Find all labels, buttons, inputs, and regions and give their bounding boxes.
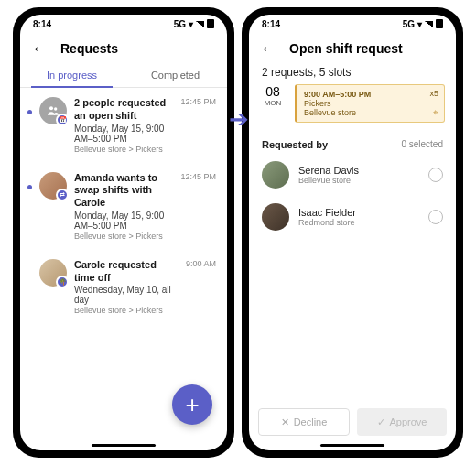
status-net: 5G [174,19,186,29]
status-net: 5G [403,19,415,29]
status-bar: 8:14 5G ▾ [249,15,456,33]
requester-name: Serena Davis [298,165,419,176]
location-pin-icon: ⌖ [433,107,438,118]
home-indicator [92,444,156,447]
status-time: 8:14 [262,19,280,29]
battery-icon [207,19,214,28]
date-column: 08 MON [260,84,286,123]
unread-dot [27,110,32,114]
avatar [262,203,289,231]
status-time: 8:14 [33,19,51,29]
fab-add-button[interactable]: + [172,384,212,425]
calendar-badge-icon: 📅 [56,114,69,126]
list-item[interactable]: 🌴 Carole requested time off Wednesday, M… [20,250,227,325]
wifi-icon: ▾ [417,19,422,29]
decline-label: Decline [294,416,328,427]
avatar [262,161,289,189]
signal-icon [425,21,433,27]
arrow-icon: ➔ [229,105,249,134]
action-bar: ✕ Decline ✓ Approve [258,408,447,436]
shift-store: Bellevue store [304,108,438,117]
group-avatar: 📅 [39,97,67,124]
tabs: In progress Completed [20,62,227,88]
shift-time: 9:00 AM–5:00 PM [304,90,438,99]
avatar: 🌴 [39,259,67,287]
requester-name: Isaac Fielder [298,207,419,218]
select-radio[interactable] [428,210,443,224]
summary-text: 2 requests, 5 slots [249,62,456,84]
shift-multiplier: x5 [429,89,438,98]
slot-row: 08 MON 9:00 AM–5:00 PM Pickers Bellevue … [249,84,456,132]
shift-role: Pickers [304,99,438,108]
item-breadcrumb: Bellevue store > Pickers [74,232,169,241]
decline-button[interactable]: ✕ Decline [258,408,350,436]
unread-dot-empty [27,272,32,276]
item-title: 2 people requested an open shift [74,97,169,123]
item-subtitle: Wednesday, May 10, all day [74,285,175,305]
tab-in-progress[interactable]: In progress [20,62,124,87]
check-icon: ✓ [377,416,385,428]
phone-right: 8:14 5G ▾ ← Open shift request 2 request… [242,7,463,458]
page-title: Requests [60,41,118,56]
home-indicator [320,444,384,447]
phone-left: 8:14 5G ▾ ← Requests In progress Complet… [13,7,234,458]
section-label: Requested by [262,139,328,150]
avatar: ⇄ [39,172,67,200]
requester-row[interactable]: Serena Davis Bellevue store [249,154,456,196]
item-title: Amanda wants to swap shifts with Carole [74,172,169,210]
item-title: Carole requested time off [74,259,175,285]
unread-dot [27,185,32,189]
requester-store: Bellevue store [298,176,419,185]
requester-store: Redmond store [298,218,419,227]
date-day: MON [260,99,286,107]
close-icon: ✕ [281,416,289,428]
shift-card[interactable]: 9:00 AM–5:00 PM Pickers Bellevue store x… [295,84,445,123]
header: ← Requests [20,33,227,62]
selected-count: 0 selected [401,139,443,150]
svg-point-1 [54,107,57,110]
item-time: 9:00 AM [186,259,216,316]
timeoff-badge-icon: 🌴 [56,276,69,288]
item-subtitle: Monday, May 15, 9:00 AM–5:00 PM [74,124,169,144]
section-header: Requested by 0 selected [249,132,456,154]
approve-label: Approve [390,416,427,427]
back-icon[interactable]: ← [260,40,276,57]
item-breadcrumb: Bellevue store > Pickers [74,306,175,315]
tab-completed[interactable]: Completed [124,62,227,87]
status-bar: 8:14 5G ▾ [20,15,227,33]
item-time: 12:45 PM [180,172,216,241]
item-breadcrumb: Bellevue store > Pickers [74,145,169,154]
requester-row[interactable]: Isaac Fielder Redmond store [249,196,456,238]
signal-icon [196,21,204,27]
page-title: Open shift request [289,41,403,56]
list-item[interactable]: ⇄ Amanda wants to swap shifts with Carol… [20,163,227,250]
item-subtitle: Monday, May 15, 9:00 AM–5:00 PM [74,211,169,231]
select-radio[interactable] [428,168,443,182]
battery-icon [436,19,443,28]
date-number: 08 [260,84,286,99]
svg-point-0 [49,106,53,110]
list-item[interactable]: 📅 2 people requested an open shift Monda… [20,88,227,163]
wifi-icon: ▾ [189,19,193,29]
approve-button[interactable]: ✓ Approve [357,408,447,436]
swap-badge-icon: ⇄ [56,189,69,201]
back-icon[interactable]: ← [31,40,48,57]
item-time: 12:45 PM [180,97,216,154]
header: ← Open shift request [249,33,456,62]
